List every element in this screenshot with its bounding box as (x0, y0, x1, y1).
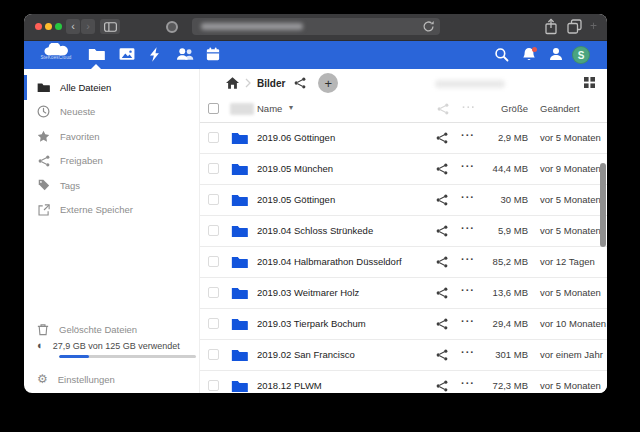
file-name[interactable]: 2018.12 PLWM (257, 380, 322, 391)
current-folder-name[interactable]: Bilder (257, 78, 285, 89)
file-modified: vor 5 Monaten (540, 380, 601, 391)
file-list-panel: Bilder + Name ▾ ··· Größ (200, 69, 607, 393)
table-row[interactable]: 2019.06 Göttingen ··· 2,9 MB vor 5 Monat… (200, 123, 607, 154)
file-modified: vor 12 Tagen (540, 256, 595, 267)
column-header-modified[interactable]: Geändert (540, 103, 580, 114)
row-checkbox[interactable] (208, 225, 219, 236)
table-row[interactable]: 2019.05 Göttingen ··· 30 MB vor 5 Monate… (200, 185, 607, 216)
table-row[interactable]: 2019.04 Halbmarathon Düsseldorf ··· 85,2… (200, 247, 607, 278)
browser-titlebar: ‹ › + (24, 14, 607, 41)
contacts-menu-icon[interactable] (549, 47, 563, 61)
new-file-button[interactable]: + (318, 73, 338, 93)
address-bar[interactable] (192, 18, 440, 35)
storage-quota: ◐ 27,9 GB von 125 GB verwendet (24, 340, 199, 368)
cloud-logo[interactable]: SteKoesCloud (36, 43, 76, 60)
app-calendar-icon[interactable] (206, 47, 220, 61)
share-icon[interactable] (436, 132, 448, 144)
page-scrollbar[interactable] (600, 163, 606, 247)
file-modified: vor 5 Monaten (540, 132, 601, 143)
folder-icon (231, 131, 248, 145)
file-name[interactable]: 2019.03 Tierpark Bochum (257, 318, 366, 329)
share-icon[interactable] (436, 349, 448, 361)
app-files-icon[interactable] (88, 47, 105, 61)
sidebar-item-settings[interactable]: ⚙ Einstellungen (24, 368, 199, 390)
sort-caret-icon[interactable]: ▾ (289, 103, 293, 112)
table-row[interactable]: 2019.04 Schloss Strünkede ··· 5,9 MB vor… (200, 216, 607, 247)
minimize-window-button[interactable] (45, 23, 52, 30)
column-header-size[interactable]: Größe (501, 103, 528, 114)
clock-icon (37, 105, 50, 118)
row-checkbox[interactable] (208, 349, 219, 360)
sidebar-item-external-storage[interactable]: Externe Speicher (24, 198, 199, 223)
table-row[interactable]: 2019.05 München ··· 44,4 MB vor 9 Monate… (200, 154, 607, 185)
sidebar-item-recent[interactable]: Neueste (24, 100, 199, 125)
table-row[interactable]: 2019.02 San Francisco ··· 301 MB vor ein… (200, 340, 607, 371)
share-icon (37, 154, 50, 167)
storage-text: 27,9 GB von 125 GB verwendet (53, 341, 180, 351)
forward-button[interactable]: › (81, 19, 95, 34)
file-modified: vor einem Jahr (540, 349, 603, 360)
file-name[interactable]: 2019.06 Göttingen (257, 132, 335, 143)
share-icon[interactable] (436, 287, 448, 299)
file-size: 5,9 MB (472, 225, 528, 236)
file-name[interactable]: 2019.05 Göttingen (257, 194, 335, 205)
user-avatar[interactable]: S (572, 46, 590, 64)
file-size: 72,3 MB (472, 380, 528, 391)
row-checkbox[interactable] (208, 256, 219, 267)
table-row[interactable]: 2018.12 PLWM ··· 72,3 MB vor 5 Monaten (200, 371, 607, 393)
file-name[interactable]: 2019.02 San Francisco (257, 349, 355, 360)
row-checkbox[interactable] (208, 132, 219, 143)
close-window-button[interactable] (35, 23, 42, 30)
back-button[interactable]: ‹ (66, 19, 80, 34)
new-tab-button[interactable]: + (590, 19, 597, 33)
sidebar-item-favorites[interactable]: Favoriten (24, 124, 199, 149)
home-icon[interactable] (226, 77, 239, 89)
table-row[interactable]: 2019.03 Tierpark Bochum ··· 29,4 MB vor … (200, 309, 607, 340)
reload-icon[interactable] (422, 20, 435, 33)
table-header: Name ▾ ··· Größe Geändert (200, 97, 607, 123)
share-icon[interactable] (436, 318, 448, 330)
search-icon[interactable] (494, 47, 509, 62)
share-icon[interactable] (436, 194, 448, 206)
row-checkbox[interactable] (208, 287, 219, 298)
file-name[interactable]: 2019.05 München (257, 163, 333, 174)
grid-view-toggle-icon[interactable] (584, 77, 595, 88)
app-contacts-icon[interactable] (176, 47, 195, 61)
share-icon[interactable] (436, 256, 448, 268)
file-size: 29,4 MB (472, 318, 528, 329)
sidebar-item-all-files[interactable]: Alle Dateien (24, 75, 199, 100)
app-activity-icon[interactable] (150, 47, 161, 62)
share-folder-icon[interactable] (294, 77, 306, 89)
share-icon[interactable] (436, 380, 448, 392)
sidebar-item-shares[interactable]: Freigaben (24, 149, 199, 174)
sidebar-item-label: Alle Dateien (60, 82, 111, 93)
row-checkbox[interactable] (208, 194, 219, 205)
zoom-window-button[interactable] (55, 23, 62, 30)
storage-progress-bar (59, 355, 196, 358)
table-row[interactable]: 2019.03 Weitmarer Holz ··· 13,6 MB vor 5… (200, 278, 607, 309)
folder-icon (231, 193, 248, 207)
file-name[interactable]: 2019.03 Weitmarer Holz (257, 287, 359, 298)
row-checkbox[interactable] (208, 380, 219, 391)
share-icon[interactable] (436, 225, 448, 237)
row-checkbox[interactable] (208, 163, 219, 174)
select-all-checkbox[interactable] (208, 103, 219, 114)
notification-badge (532, 47, 537, 52)
folder-icon (231, 379, 248, 393)
sidebar-item-deleted-files[interactable]: Gelöschte Dateien (24, 318, 199, 340)
file-name[interactable]: 2019.04 Halbmarathon Düsseldorf (257, 256, 402, 267)
share-page-button[interactable] (544, 18, 558, 35)
file-modified: vor 5 Monaten (540, 194, 601, 205)
sidebar: Alle Dateien Neueste Favoriten Freigaben (24, 69, 200, 393)
file-name[interactable]: 2019.04 Schloss Strünkede (257, 225, 373, 236)
app-photos-icon[interactable] (119, 47, 135, 61)
sidebar-toggle-button[interactable] (100, 19, 120, 34)
share-icon[interactable] (436, 163, 448, 175)
extension-icon[interactable] (166, 21, 178, 33)
row-checkbox[interactable] (208, 318, 219, 329)
file-list: 2019.06 Göttingen ··· 2,9 MB vor 5 Monat… (200, 123, 607, 393)
sidebar-item-tags[interactable]: Tags (24, 173, 199, 198)
column-header-name[interactable]: Name (257, 103, 282, 114)
sidebar-item-label: Einstellungen (58, 374, 115, 385)
show-all-tabs-button[interactable] (567, 19, 582, 34)
